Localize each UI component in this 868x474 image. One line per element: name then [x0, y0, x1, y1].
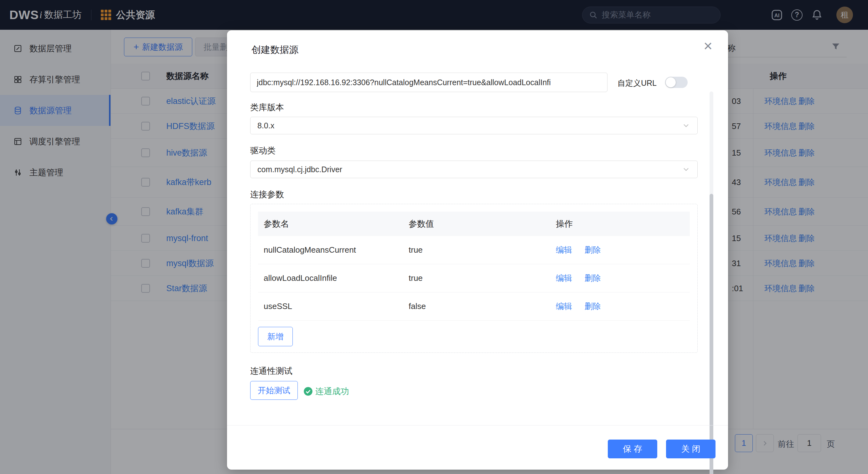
add-param-button[interactable]: 新增	[258, 327, 293, 346]
modal-scrollbar-thumb[interactable]	[710, 194, 713, 474]
save-button[interactable]: 保 存	[608, 440, 657, 459]
chevron-down-icon	[682, 165, 690, 174]
param-value: true	[403, 273, 550, 283]
conn-test-label: 连通性测试	[250, 366, 292, 377]
custom-url-label: 自定义URL	[618, 78, 657, 88]
jdbc-url-input[interactable]	[250, 73, 608, 92]
param-edit-link[interactable]: 编辑	[556, 273, 572, 284]
param-col-name: 参数名	[258, 218, 403, 229]
close-icon[interactable]: ×	[704, 38, 712, 54]
conn-params-label: 连接参数	[250, 189, 284, 200]
lib-version-value: 8.0.x	[257, 121, 274, 130]
param-delete-link[interactable]: 删除	[585, 273, 601, 284]
modal-footer-divider	[227, 425, 728, 425]
toggle-knob	[666, 77, 676, 87]
param-row: nullCatalogMeansCurrent true 编辑 删除	[258, 236, 690, 264]
param-row: useSSL false 编辑 删除	[258, 292, 690, 321]
test-success-text: 连通成功	[315, 386, 349, 397]
start-test-button[interactable]: 开始测试	[250, 381, 298, 400]
create-datasource-modal: 创建数据源 × 自定义URL 类库版本 8.0.x 驱动类 com.mysql.…	[227, 30, 728, 470]
param-delete-link[interactable]: 删除	[585, 301, 601, 312]
chevron-down-icon	[682, 121, 690, 130]
param-edit-link[interactable]: 编辑	[556, 301, 572, 312]
param-value: false	[403, 302, 550, 311]
param-col-ops: 操作	[550, 218, 690, 229]
param-name: useSSL	[258, 302, 403, 311]
modal-title: 创建数据源	[251, 43, 299, 56]
screen: DWS i 数据工坊 公共资源 AI ?	[0, 0, 868, 474]
custom-url-toggle[interactable]	[665, 77, 688, 88]
test-result: 连通成功	[303, 386, 349, 397]
check-circle-icon	[303, 387, 313, 396]
param-table-header: 参数名 参数值 操作	[258, 212, 690, 236]
param-name: nullCatalogMeansCurrent	[258, 245, 403, 255]
param-value: true	[403, 245, 550, 255]
param-name: allowLoadLocalInfile	[258, 273, 403, 283]
param-col-value: 参数值	[403, 218, 550, 229]
param-delete-link[interactable]: 删除	[585, 245, 601, 255]
driver-class-value: com.mysql.cj.jdbc.Driver	[257, 165, 342, 174]
close-button[interactable]: 关 闭	[666, 440, 715, 459]
conn-params-panel: 参数名 参数值 操作 nullCatalogMeansCurrent true …	[250, 204, 698, 353]
lib-version-label: 类库版本	[250, 102, 284, 113]
driver-class-label: 驱动类	[250, 145, 276, 156]
param-edit-link[interactable]: 编辑	[556, 245, 572, 255]
modal-scrollbar-track	[710, 91, 713, 419]
param-row: allowLoadLocalInfile true 编辑 删除	[258, 264, 690, 292]
lib-version-select[interactable]: 8.0.x	[250, 117, 698, 134]
driver-class-select[interactable]: com.mysql.cj.jdbc.Driver	[250, 161, 698, 178]
